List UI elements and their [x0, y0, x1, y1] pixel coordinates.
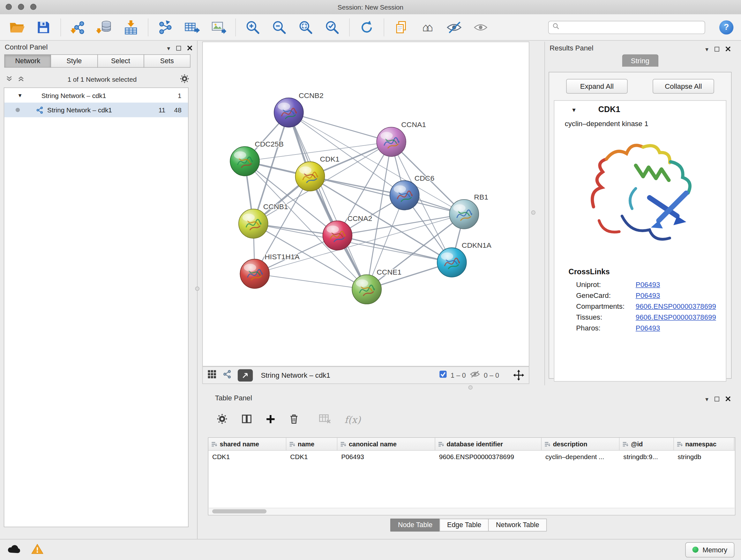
- network-options-gear-icon[interactable]: [180, 73, 190, 85]
- tab-select[interactable]: Select: [97, 54, 144, 67]
- tab-sets[interactable]: Sets: [144, 54, 191, 67]
- add-column-icon[interactable]: [266, 414, 275, 426]
- network-share-icon[interactable]: [223, 370, 232, 381]
- column-header-database-identifier[interactable]: database identifier: [435, 438, 542, 450]
- column-header-name[interactable]: name: [286, 438, 337, 450]
- table-row[interactable]: CDK1CDK1P064939606.ENSP00000378699cyclin…: [208, 450, 735, 463]
- column-header-shared-name[interactable]: shared name: [208, 438, 286, 450]
- network-node-ccnb1[interactable]: CCNB1: [239, 202, 288, 239]
- column-header-namespac[interactable]: namespac: [674, 438, 735, 450]
- zoom-selected-icon[interactable]: [323, 18, 341, 37]
- table-cell[interactable]: CDK1: [208, 450, 286, 463]
- warning-status-icon[interactable]: [31, 543, 44, 556]
- network-edge[interactable]: [255, 273, 367, 289]
- zoom-in-icon[interactable]: [244, 18, 262, 37]
- export-image-icon[interactable]: [209, 18, 228, 37]
- expand-all-button[interactable]: Expand All: [566, 79, 628, 94]
- tab-string[interactable]: String: [622, 54, 658, 67]
- network-node-cdkn1a[interactable]: CDKN1A: [437, 241, 492, 277]
- delete-column-icon[interactable]: [289, 413, 299, 426]
- birds-eye-view-button[interactable]: [238, 369, 253, 381]
- panel-menu-caret-icon[interactable]: ▾: [705, 46, 709, 52]
- bottom-splitter-handle[interactable]: [468, 385, 473, 389]
- save-session-icon[interactable]: [34, 18, 53, 37]
- expand-all-networks-icon[interactable]: [6, 75, 13, 84]
- hidden-eye-slash-icon[interactable]: [470, 370, 480, 380]
- crosslink-value-link[interactable]: P06493: [636, 324, 660, 332]
- panel-float-icon[interactable]: [715, 396, 719, 401]
- panel-float-icon[interactable]: [715, 47, 719, 52]
- panel-menu-caret-icon[interactable]: ▾: [705, 396, 709, 402]
- grid-view-icon[interactable]: [207, 370, 216, 381]
- crosslink-value-link[interactable]: P06493: [636, 291, 660, 299]
- network-node-hist1h1a[interactable]: HIST1H1A: [240, 253, 300, 289]
- table-cell[interactable]: CDK1: [286, 450, 337, 463]
- network-collection-row[interactable]: ▾ String Network – cdk1 1: [4, 88, 188, 103]
- home-view-icon[interactable]: ⌂⌂: [418, 18, 437, 37]
- crosslink-value-link[interactable]: P06493: [636, 280, 660, 288]
- panel-close-icon[interactable]: [725, 45, 731, 54]
- table-cell[interactable]: 9606.ENSP00000378699: [435, 450, 542, 463]
- cloud-status-icon[interactable]: [7, 544, 21, 556]
- panel-float-icon[interactable]: [176, 46, 181, 51]
- network-edge[interactable]: [289, 112, 391, 142]
- memory-button[interactable]: Memory: [685, 542, 735, 557]
- search-input[interactable]: [562, 23, 701, 32]
- open-session-icon[interactable]: [8, 18, 26, 37]
- network-node-cdk1[interactable]: CDK1: [295, 155, 340, 191]
- network-view-canvas[interactable]: CCNB2CCNA1CDC25BCDK1CDC6RB1CCNB1CCNA2CDK…: [202, 42, 529, 366]
- network-row-selected[interactable]: String Network – cdk1 11 48: [4, 103, 188, 117]
- tab-node-table[interactable]: Node Table: [390, 519, 440, 532]
- collection-caret-icon[interactable]: ▾: [18, 91, 22, 99]
- tab-edge-table[interactable]: Edge Table: [440, 519, 488, 532]
- crosslink-value-link[interactable]: 9606.ENSP00000378699: [636, 313, 716, 321]
- network-edge[interactable]: [337, 235, 452, 262]
- column-header-@id[interactable]: @id: [619, 438, 674, 450]
- horizontal-scrollbar[interactable]: [209, 508, 735, 514]
- table-cell[interactable]: stringdb: [674, 450, 735, 463]
- network-edge[interactable]: [310, 176, 464, 214]
- show-annotation-icon[interactable]: [471, 18, 490, 37]
- crosslink-value-link[interactable]: 9606.ENSP00000378699: [636, 302, 716, 310]
- zoom-window-button[interactable]: [30, 4, 37, 10]
- column-header-canonical-name[interactable]: canonical name: [337, 438, 435, 450]
- network-node-ccnb2[interactable]: CCNB2: [274, 91, 324, 127]
- show-columns-icon[interactable]: [241, 413, 253, 426]
- import-table-icon[interactable]: [122, 18, 140, 37]
- pan-move-icon[interactable]: [513, 370, 524, 381]
- hide-annotation-icon[interactable]: [445, 18, 464, 37]
- collapse-all-button[interactable]: Collapse All: [653, 79, 714, 94]
- network-node-cdc6[interactable]: CDC6: [390, 174, 434, 210]
- network-node-rb1[interactable]: RB1: [449, 193, 488, 229]
- table-cell[interactable]: cyclin–dependent ...: [542, 450, 619, 463]
- left-splitter-handle[interactable]: [195, 287, 199, 291]
- network-node-ccna1[interactable]: CCNA1: [377, 120, 426, 157]
- right-splitter-handle[interactable]: [531, 210, 536, 214]
- gene-section-header[interactable]: ▾ CDK1: [554, 101, 726, 118]
- table-options-gear-icon[interactable]: [216, 413, 228, 426]
- clone-network-icon[interactable]: [156, 18, 175, 37]
- apply-layout-icon[interactable]: [357, 18, 376, 37]
- minimize-window-button[interactable]: [18, 4, 24, 10]
- collapse-all-networks-icon[interactable]: [17, 75, 24, 84]
- scrollbar-thumb[interactable]: [212, 509, 266, 513]
- tab-network-table[interactable]: Network Table: [488, 519, 547, 532]
- table-cell[interactable]: P06493: [337, 450, 435, 463]
- help-button[interactable]: ?: [719, 20, 733, 34]
- import-network-database-icon[interactable]: [95, 18, 114, 37]
- import-network-file-icon[interactable]: [69, 18, 87, 37]
- section-caret-icon[interactable]: ▾: [572, 106, 576, 114]
- network-edge[interactable]: [255, 214, 464, 274]
- panel-menu-caret-icon[interactable]: ▾: [167, 45, 170, 51]
- selected-checkbox-icon[interactable]: [439, 370, 447, 380]
- export-table-icon[interactable]: [183, 18, 201, 37]
- panel-close-icon[interactable]: [187, 44, 192, 53]
- tab-style[interactable]: Style: [51, 54, 98, 67]
- zoom-fit-icon[interactable]: [296, 18, 315, 37]
- copy-document-icon[interactable]: [392, 18, 411, 37]
- network-edge[interactable]: [289, 112, 367, 289]
- table-cell[interactable]: stringdb:9...: [619, 450, 674, 463]
- column-header-description[interactable]: description: [542, 438, 619, 450]
- tab-network[interactable]: Network: [4, 54, 51, 67]
- panel-close-icon[interactable]: [725, 395, 731, 403]
